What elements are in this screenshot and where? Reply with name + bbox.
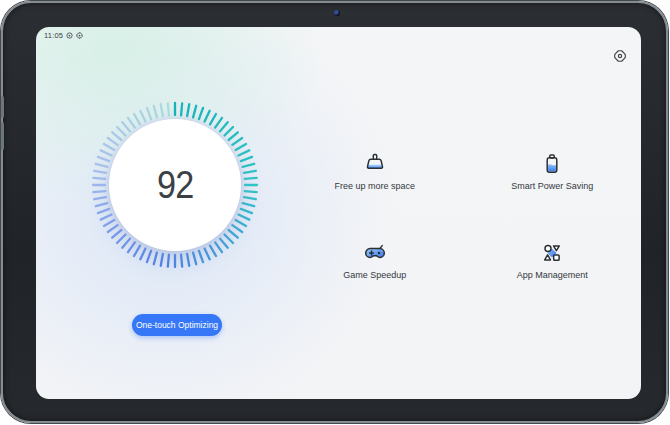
shortcut-smart-power-saving[interactable]: Smart Power Saving	[464, 127, 642, 216]
score-value: 92	[157, 164, 193, 207]
broom-icon	[363, 152, 387, 176]
phone-manager-screen: 11:05 92 One-touch Optimizing	[36, 27, 641, 399]
status-bar: 11:05	[44, 31, 83, 40]
shortcut-app-management[interactable]: App Management	[464, 216, 642, 305]
shortcut-label: Game Speedup	[343, 270, 406, 281]
shortcut-label: Smart Power Saving	[511, 181, 593, 192]
shortcut-grid: Free up more space Smart Power Saving	[286, 127, 641, 305]
score-gauge: 92	[109, 119, 241, 251]
apps-icon	[540, 241, 564, 265]
clock-icon	[66, 32, 73, 39]
one-touch-optimize-button[interactable]: One-touch Optimizing	[132, 314, 222, 336]
shortcut-label: Free up more space	[334, 181, 415, 192]
volume-button	[1, 96, 4, 118]
shortcut-free-up-space[interactable]: Free up more space	[286, 127, 464, 216]
battery-icon	[540, 152, 564, 176]
shortcut-label: App Management	[517, 270, 588, 281]
settings-gear-icon[interactable]	[613, 49, 627, 63]
gear-icon	[76, 32, 83, 39]
front-camera	[334, 10, 340, 16]
status-time: 11:05	[44, 31, 63, 40]
gamepad-icon	[363, 241, 387, 265]
power-button	[1, 122, 4, 150]
shortcut-game-speedup[interactable]: Game Speedup	[286, 216, 464, 305]
